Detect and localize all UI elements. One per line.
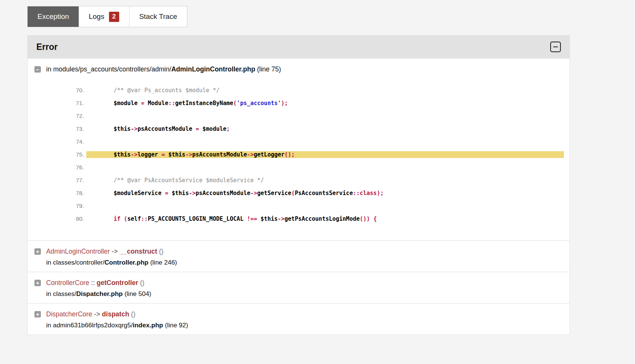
frame-location-file: Dispatcher.php xyxy=(76,290,123,297)
stack-frame-header[interactable]: +DispatcherCore -> dispatch () xyxy=(28,308,570,321)
frame-method-parens: () xyxy=(129,310,135,318)
line-number: 79. xyxy=(28,203,86,209)
code-line: 78. $moduleService = $this->psAccountsMo… xyxy=(28,187,570,200)
frame-location-line: (line 92) xyxy=(163,322,188,329)
tab-stack-trace[interactable]: Stack Trace xyxy=(129,6,187,27)
error-panel-header: Error xyxy=(27,35,570,59)
frame-location-file: index.php xyxy=(133,322,163,329)
expand-frame-icon[interactable]: + xyxy=(34,311,41,318)
stack-frame: +ControllerCore :: getController ()in cl… xyxy=(28,272,570,304)
line-source: if (self::PS_ACCOUNTS_LOGIN_MODE_LOCAL !… xyxy=(86,215,564,222)
frame-call-operator: -> xyxy=(110,248,120,255)
tab-label: Stack Trace xyxy=(139,12,177,21)
line-number: 70. xyxy=(28,87,86,94)
collapse-panel-button[interactable] xyxy=(550,42,561,52)
line-number: 78. xyxy=(28,190,86,197)
line-source: /** @var Ps_accounts $module */ xyxy=(86,87,564,94)
frame-location-file: Controller.php xyxy=(104,259,148,266)
error-panel: Error − in modules/ps_accounts/controlle… xyxy=(27,35,570,335)
code-line: 72. xyxy=(28,110,570,122)
frame-method-name: __construct xyxy=(120,248,157,255)
stack-frame-header[interactable]: +AdminLoginController -> __construct () xyxy=(28,245,570,258)
stack-frame: +AdminLoginController -> __construct ()i… xyxy=(28,241,570,272)
debug-page: ExceptionLogs2Stack Trace Error − in mod… xyxy=(27,6,570,335)
line-number: 76. xyxy=(28,164,86,171)
frame-method-name: dispatch xyxy=(102,310,129,318)
code-line: 77. /** @var PsAccountsService $moduleSe… xyxy=(28,174,570,187)
line-number: 72. xyxy=(28,113,86,119)
exception-location: in modules/ps_accounts/controllers/admin… xyxy=(46,65,281,73)
stack-frame-signature: AdminLoginController -> __construct () xyxy=(46,248,163,256)
code-line-highlighted: 75. $this->logger = $this->psAccountsMod… xyxy=(28,148,570,161)
line-number: 74. xyxy=(28,138,86,145)
line-number: 77. xyxy=(28,177,86,184)
tab-logs[interactable]: Logs2 xyxy=(79,6,129,27)
exception-location-file: AdminLoginController.php xyxy=(171,65,255,73)
frame-location-line: (line 246) xyxy=(148,259,177,266)
line-source: /** @var PsAccountsService $moduleServic… xyxy=(86,177,564,184)
tab-bar: ExceptionLogs2Stack Trace xyxy=(27,6,187,27)
frame-class-name: ControllerCore xyxy=(46,279,89,287)
error-panel-body: − in modules/ps_accounts/controllers/adm… xyxy=(27,59,570,335)
code-line: 74. xyxy=(28,135,570,148)
frame-call-operator: -> xyxy=(92,310,102,318)
expand-frame-icon[interactable]: + xyxy=(34,280,41,286)
exception-frame: − in modules/ps_accounts/controllers/adm… xyxy=(28,59,570,241)
frame-location-line: (line 504) xyxy=(123,290,151,297)
tab-label: Exception xyxy=(37,12,69,21)
frame-method-name: getController xyxy=(96,279,138,287)
stack-frame-signature: ControllerCore :: getController () xyxy=(46,279,145,287)
line-number: 71. xyxy=(28,100,86,107)
frame-method-parens: () xyxy=(138,279,145,287)
exception-location-prefix: in modules/ps_accounts/controllers/admin… xyxy=(46,65,171,73)
stack-frame-location: in classes/Dispatcher.php (line 504) xyxy=(28,290,570,298)
frame-class-name: AdminLoginController xyxy=(46,248,110,255)
stack-frame-location: in admin631b66lrfps2doxqrg5/index.php (l… xyxy=(28,322,570,329)
code-line: 73. $this->psAccountsModule = $module; xyxy=(28,122,570,135)
collapse-frame-icon[interactable]: − xyxy=(34,66,41,73)
code-excerpt: 70. /** @var Ps_accounts $module */71. $… xyxy=(28,76,570,235)
line-number: 75. xyxy=(28,151,86,158)
line-source: $this->psAccountsModule = $module; xyxy=(86,125,564,132)
panel-title: Error xyxy=(36,42,58,52)
tab-label: Logs xyxy=(89,12,104,21)
frame-method-parens: () xyxy=(157,248,163,255)
line-source: $moduleService = $this->psAccountsModule… xyxy=(86,190,564,197)
code-line: 80. if (self::PS_ACCOUNTS_LOGIN_MODE_LOC… xyxy=(28,212,570,225)
stack-frame: +DispatcherCore -> dispatch ()in admin63… xyxy=(28,304,570,335)
code-line: 76. xyxy=(28,161,570,174)
stack-frame-header[interactable]: +ControllerCore :: getController () xyxy=(28,277,570,289)
expand-frame-icon[interactable]: + xyxy=(34,248,41,255)
frame-call-operator: :: xyxy=(89,279,96,287)
frame-class-name: DispatcherCore xyxy=(46,310,92,318)
code-line: 79. xyxy=(28,200,570,212)
code-line: 70. /** @var Ps_accounts $module */ xyxy=(28,84,570,97)
frame-location-prefix: in classes/controller/ xyxy=(46,259,104,266)
code-line: 71. $module = Module::getInstanceByName(… xyxy=(28,97,570,110)
line-number: 80. xyxy=(28,215,86,222)
tab-exception[interactable]: Exception xyxy=(28,6,79,27)
exception-location-line: (line 75) xyxy=(255,65,281,73)
frame-location-prefix: in admin631b66lrfps2doxqrg5/ xyxy=(46,322,133,329)
frame-location-prefix: in classes/ xyxy=(46,290,76,297)
line-source: $this->logger = $this->psAccountsModule-… xyxy=(86,151,564,158)
stack-frame-signature: DispatcherCore -> dispatch () xyxy=(46,310,135,318)
line-source: $module = Module::getInstanceByName('ps_… xyxy=(86,100,564,107)
line-number: 73. xyxy=(28,125,86,132)
stack-frames: +AdminLoginController -> __construct ()i… xyxy=(28,241,570,335)
logs-count-badge: 2 xyxy=(109,12,119,22)
stack-frame-location: in classes/controller/Controller.php (li… xyxy=(28,259,570,266)
exception-frame-header[interactable]: − in modules/ps_accounts/controllers/adm… xyxy=(28,63,570,76)
